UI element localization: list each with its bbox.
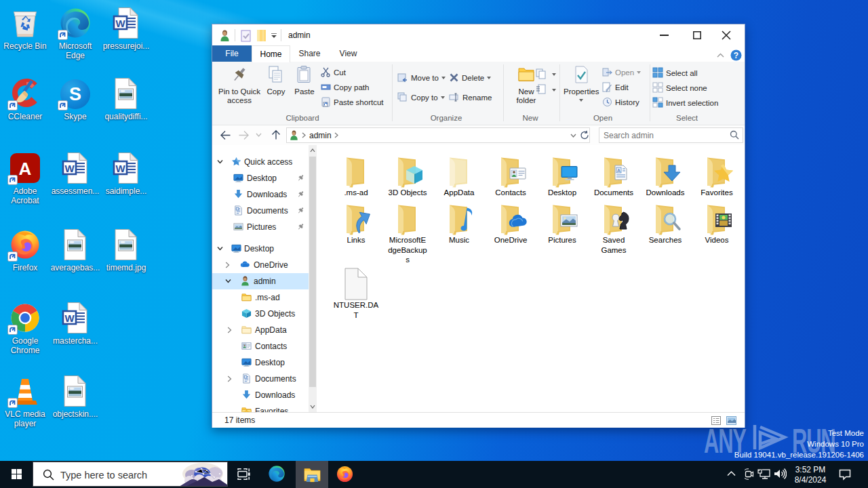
- svg-text:W: W: [64, 163, 75, 174]
- svg-text:W: W: [64, 312, 75, 324]
- svg-text:W: W: [115, 18, 125, 29]
- svg-text:?: ?: [734, 51, 738, 60]
- svg-text:S: S: [69, 84, 81, 104]
- svg-text:W: W: [115, 163, 125, 174]
- svg-text:A: A: [19, 159, 32, 179]
- svg-text:A: A: [617, 168, 620, 173]
